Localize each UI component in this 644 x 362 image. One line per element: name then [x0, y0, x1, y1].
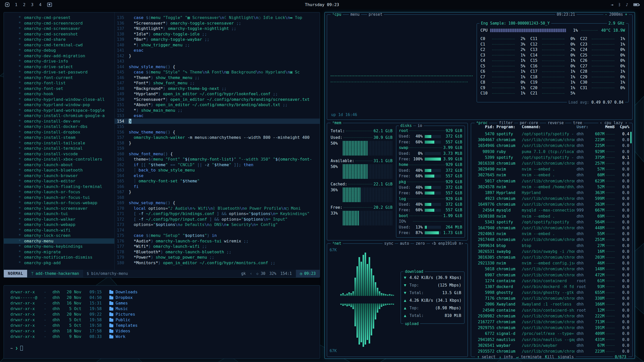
process-row[interactable]: 1654946chromium/usr/lib/chromium/chromdh… [471, 143, 632, 149]
file-item[interactable]: *omarchy-launch-about [4, 162, 114, 168]
process-row[interactable]: 1647940chromium/usr/lib/chromium/chromdh… [471, 225, 632, 231]
process-row[interactable]: 3016305chromium/usr/lib/chromium/chromdh… [471, 255, 632, 260]
process-row[interactable]: 1897HyprlandHyprlanddhh363M0.0 [471, 190, 632, 196]
menu-button[interactable]: menu [349, 12, 361, 17]
file-item[interactable]: *omarchy-dev-add-migration [4, 53, 114, 59]
process-row[interactable]: 4923chromium/usr/lib/chromium/chromdhh59… [471, 196, 632, 202]
process-row[interactable]: 3027645nvimnvim --embed .dhh60M0.0 [471, 172, 632, 178]
workspace-button-4[interactable]: 4 [39, 2, 42, 7]
file-item[interactable]: *omarchy-drive-select [4, 64, 114, 70]
process-row[interactable]: 24564mysqldmysqld --max-connection999667… [471, 207, 632, 213]
filter-button[interactable]: filter [497, 120, 514, 125]
process-row[interactable]: 3016338chromium/usr/lib/chromium/chromdh… [471, 161, 632, 166]
file-item[interactable]: *omarchy-launch-wifi [4, 227, 114, 233]
interval-increase-button[interactable]: + [625, 12, 627, 17]
file-item[interactable]: *omarchy-install-xbox-controllers [4, 157, 114, 162]
file-item[interactable]: *omarchy-launch-screensaver [4, 206, 114, 211]
process-row[interactable]: 2941052nautilus/usr/bin/nautilus --gapdh… [471, 337, 632, 343]
auto-button[interactable]: auto [398, 241, 410, 246]
file-item[interactable]: *omarchy-cmd-present [4, 15, 114, 21]
shell-prompt[interactable]: ~ ❯ [10, 346, 313, 351]
bluetooth-icon[interactable]: ᛒ [618, 2, 621, 7]
process-row[interactable]: 2924063nvimnvim --embed .dhh55M0.0 [471, 231, 632, 237]
file-item[interactable]: *omarchy-drive-set-password [4, 69, 114, 75]
io-tab[interactable]: io [416, 123, 424, 128]
interval-decrease-button[interactable]: - [605, 12, 607, 17]
file-item[interactable]: *omarchy-launch-tui [4, 211, 114, 217]
file-item[interactable]: *omarchy-cmd-screenrecord [4, 21, 114, 26]
reverse-button[interactable]: reverse [546, 120, 565, 125]
process-row[interactable]: 3024578nvimnvim --embed /home/dhh/dhh52M… [471, 184, 632, 190]
file-item[interactable]: *omarchy-launch-or-focus [4, 189, 114, 195]
battery-icon[interactable] [633, 3, 639, 6]
process-row[interactable]: 2930982chromium/usr/lib/chromium/chromdh… [471, 313, 632, 319]
sort-selector[interactable]: ‹ cpu lazy › [598, 120, 629, 125]
sync-button[interactable]: sync [383, 241, 395, 246]
file-item[interactable]: *omarchy-font-list [4, 80, 114, 86]
file-item[interactable]: *omarchy-launch-or-focus-tui [4, 195, 114, 200]
file-item[interactable]: *omarchy-pkg-add [4, 260, 114, 266]
interface-selector[interactable]: ‹b enp191s0 n› [430, 241, 465, 246]
file-item[interactable]: *omarchy-install-tailscale [4, 140, 114, 146]
process-row[interactable]: 24540containe/usr/bin/containerd-shiroot… [471, 308, 632, 313]
file-item[interactable]: *omarchy-hyprland-workspace-toggle [4, 108, 114, 113]
proc-footer-item[interactable]: ↵ terminate [516, 354, 541, 359]
process-row[interactable]: 1274containe/usr/bin/containerdroot61M0.… [471, 278, 632, 284]
process-row[interactable]: 3029490nvimnvim --embed .dhh57M0.0 [471, 166, 632, 172]
tree-button[interactable]: tree [571, 120, 584, 125]
process-row[interactable]: 1649776chromium/usr/lib/chromium/chromdh… [471, 202, 632, 207]
per-core-button[interactable]: per-core [518, 120, 540, 125]
file-item[interactable]: *omarchy-hyprland-window-pop [4, 102, 114, 108]
process-row[interactable]: 6772signal-d/proc/self/exe --type=rdhh40… [471, 331, 632, 337]
process-row[interactable]: 3004667chromium/usr/lib/chromium/chromdh… [471, 137, 632, 143]
file-item[interactable]: *omarchy-launch-floating-terminal [4, 184, 114, 189]
active-workspace-indicator[interactable] [47, 3, 52, 7]
process-row[interactable]: 2929755chromium/usr/lib/chromium/chromdh… [471, 325, 632, 331]
process-row[interactable]: 5018chromium/usr/lib/chromium/chromdhh14… [471, 266, 632, 272]
file-item[interactable]: *omarchy-install-dev-env [4, 119, 114, 124]
file-item[interactable]: *omarchy-hyprland-window-close-all [4, 97, 114, 102]
process-row[interactable]: 5998ghostty/usr/bin/ghostty --gtk-dhh655… [471, 290, 632, 296]
file-item[interactable]: *omarchy-install-vscode [4, 151, 114, 157]
process-row[interactable]: 3026531swaybg/usr/bin/swaybg -i /homdhh1… [471, 249, 632, 255]
process-row[interactable]: 2917448chromium/usr/lib/chromium/chromdh… [471, 237, 632, 243]
process-row[interactable]: 2006XwaylandXwayland :1 -rootless -dhh16… [471, 301, 632, 307]
file-item[interactable]: *omarchy-notification-dismiss [4, 255, 114, 260]
process-row[interactable]: 7176chromium/usr/lib/chromium/chromdhh33… [471, 296, 632, 301]
file-item[interactable]: *omarchy-menu [4, 238, 114, 244]
file-item[interactable]: *omarchy-install-steam [4, 135, 114, 140]
process-row[interactable]: 2921330nvimnvim --embed config.jsodhh46M… [471, 260, 632, 266]
file-item[interactable]: *omarchy-drive-info [4, 59, 114, 64]
file-item[interactable]: *omarchy-migrate [4, 249, 114, 255]
file-item[interactable]: *omarchy-launch-browser [4, 173, 114, 179]
file-item[interactable]: *omarchy-launch-walker [4, 217, 114, 222]
file-item[interactable]: *omarchy-install-terminal [4, 146, 114, 151]
process-row[interactable]: 98930rubypuma 7.1.0 (tcp://localdhh929M0… [471, 149, 632, 155]
process-row[interactable]: 2999634btopbtopdhh27M0.0 [471, 243, 632, 249]
file-item[interactable]: *omarchy-launch-webapp [4, 222, 114, 227]
file-item[interactable]: *omarchy-install-dropbox [4, 129, 114, 135]
process-scrollbar[interactable] [630, 132, 632, 143]
proc-footer-item[interactable]: Kill [545, 354, 554, 359]
volume-icon[interactable]: ♪ [626, 2, 628, 7]
file-item[interactable]: *omarchy-lock-screen [4, 233, 114, 238]
file-item[interactable]: *omarchy-cmd-screenshot [4, 31, 114, 37]
file-item[interactable]: *omarchy-cmd-share [4, 37, 114, 42]
workspace-button-1[interactable]: 1 [15, 2, 17, 7]
workspace-button-3[interactable]: 3 [31, 2, 33, 7]
process-row[interactable]: 2935572chromium/usr/lib/chromium/chromdh… [471, 349, 632, 354]
process-row[interactable]: 3026541waybar/usr/bin/waybardhh67M0.0 [471, 343, 632, 349]
file-item[interactable]: *omarchy-menu-keybindings [4, 244, 114, 249]
omarchy-logo-icon[interactable] [5, 3, 9, 7]
process-row[interactable]: 5017chromium/usr/lib/chromium/chromdhh62… [471, 178, 632, 184]
proc-footer-item[interactable]: signals [558, 354, 574, 359]
file-item[interactable]: *omarchy-cmd-screensaver [4, 26, 114, 31]
file-item[interactable]: *omarchy-font-set [4, 86, 114, 91]
process-row[interactable]: 5470spotify/opt/spotify/spotify --dhh607… [471, 131, 632, 137]
file-explorer-pane[interactable]: *omarchy-cmd-present*omarchy-cmd-screenr… [4, 12, 115, 270]
preset-button[interactable]: preset [367, 12, 384, 17]
file-item[interactable]: *omarchy-install-chromium-google-a [4, 113, 114, 119]
file-item[interactable]: *omarchy-launch-editor [4, 178, 114, 184]
code-editor-pane[interactable]: 135 case $(menu "Toggle" "▦ Screensaver\… [115, 12, 320, 270]
file-item[interactable]: *omarchy-cmd-terminal-cwd [4, 42, 114, 48]
